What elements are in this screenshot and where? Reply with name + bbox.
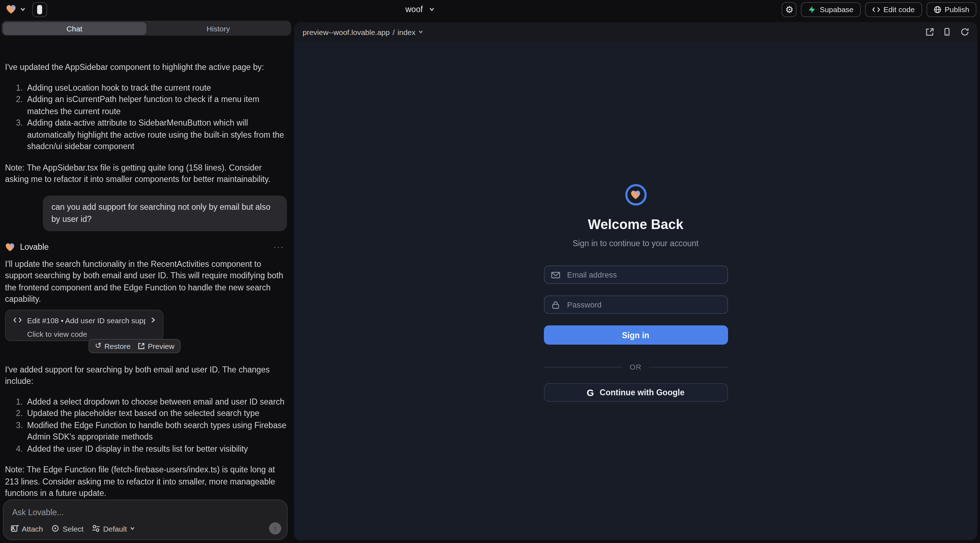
list-item: Adding data-active attribute to SidebarM…: [11, 117, 287, 152]
gear-icon: ⚙: [785, 5, 793, 14]
project-name: woof: [406, 5, 423, 14]
google-icon: G: [587, 388, 594, 397]
user-message-text: can you add support for searching not on…: [51, 203, 270, 223]
sign-in-button[interactable]: Sign in: [544, 325, 728, 345]
assistant-note: Note: The Edge Function file (fetch-fire…: [5, 464, 287, 499]
top-bar: woof ⚙ Supabase Edit code Publish: [0, 0, 980, 19]
preview-panel: preview--woof.lovable.app / index Welcom…: [294, 22, 977, 540]
code-icon: [872, 5, 880, 13]
supabase-icon: [808, 5, 816, 13]
chevron-down-icon: [418, 29, 423, 34]
sliders-icon: [92, 524, 100, 532]
assistant-paragraph: I'll update the search functionality in …: [5, 258, 287, 305]
divider-line: [544, 367, 622, 367]
list-item: Adding useLocation hook to track the cur…: [11, 82, 287, 94]
email-field[interactable]: [544, 265, 728, 284]
heart-icon: [630, 190, 641, 200]
edit-card-wrapper: Edit #108 • Add user ID search supp... C…: [5, 309, 287, 351]
toggle-sidebar-button[interactable]: [32, 2, 47, 17]
chat-message-list[interactable]: I've updated the AppSidebar component to…: [0, 54, 293, 499]
mobile-view-icon[interactable]: [943, 28, 951, 36]
list-item: Added a select dropdown to choose betwee…: [11, 396, 287, 407]
preview-app-content: Welcome Back Sign in to continue to your…: [294, 41, 977, 540]
attach-image-icon: [11, 524, 19, 532]
preview-actions: [925, 28, 969, 36]
open-in-new-tab-icon[interactable]: [925, 28, 934, 36]
topbar-actions: ⚙ Supabase Edit code Publish: [782, 2, 977, 17]
assistant-message-header: Lovable ···: [5, 241, 287, 254]
select-target-icon: [52, 524, 60, 532]
restore-label: Restore: [104, 341, 130, 350]
publish-button[interactable]: Publish: [926, 2, 977, 17]
restore-icon: ↺: [95, 342, 101, 349]
code-icon: [13, 317, 22, 324]
attach-button[interactable]: Attach: [11, 524, 43, 533]
preview-url-host: preview--woof.lovable.app: [303, 27, 390, 36]
edit-card-subtitle: Click to view code: [13, 328, 156, 340]
page-subtitle: Sign in to continue to your account: [573, 238, 699, 248]
preview-header: preview--woof.lovable.app / index: [294, 22, 977, 41]
edit-card[interactable]: Edit #108 • Add user ID search supp... C…: [5, 309, 164, 341]
signin-form: Sign in OR G Continue with Google: [544, 265, 728, 402]
edit-code-label: Edit code: [884, 5, 915, 14]
envelope-icon: [550, 270, 560, 279]
assistant-note: Note: The AppSidebar.tsx file is getting…: [5, 162, 287, 185]
mode-dropdown[interactable]: Default: [92, 524, 135, 533]
list-item: Added the user ID display in the results…: [11, 443, 287, 454]
edit-code-button[interactable]: Edit code: [865, 2, 922, 17]
password-field[interactable]: [544, 295, 728, 314]
preview-url-separator: /: [393, 27, 395, 36]
tab-chat[interactable]: Chat: [3, 22, 146, 35]
chat-composer[interactable]: Ask Lovable... Attach Select Default ↑: [3, 500, 288, 540]
preview-button[interactable]: Preview: [138, 341, 175, 350]
restore-button[interactable]: ↺ Restore: [95, 341, 130, 350]
preview-url-selector[interactable]: preview--woof.lovable.app / index: [303, 27, 423, 36]
user-message-bubble: can you add support for searching not on…: [43, 195, 287, 231]
chevron-down-icon: [130, 526, 135, 531]
tab-history[interactable]: History: [146, 22, 290, 35]
select-button[interactable]: Select: [52, 524, 84, 533]
chevron-down-icon: [20, 6, 26, 12]
preview-url-page: index: [398, 27, 415, 36]
supabase-button[interactable]: Supabase: [801, 2, 861, 17]
publish-label: Publish: [945, 5, 969, 14]
project-switcher[interactable]: woof: [406, 0, 435, 19]
chevron-down-icon: [430, 6, 435, 12]
mode-label: Default: [103, 524, 127, 533]
lovable-heart-icon: [5, 243, 15, 252]
external-link-icon: [138, 342, 145, 349]
lovable-logo-menu[interactable]: [6, 4, 26, 14]
sidebar-panel-icon: [37, 5, 42, 14]
page-title: Welcome Back: [588, 217, 683, 233]
edit-card-header: Edit #108 • Add user ID search supp...: [13, 314, 156, 326]
google-button-label: Continue with Google: [600, 388, 684, 397]
continue-with-google-button[interactable]: G Continue with Google: [544, 383, 728, 402]
message-menu-icon[interactable]: ···: [274, 241, 284, 253]
supabase-label: Supabase: [820, 5, 854, 14]
chat-sidebar: Chat History I've updated the AppSidebar…: [0, 19, 293, 543]
composer-input[interactable]: Ask Lovable...: [12, 508, 278, 517]
list-item: Adding an isCurrentPath helper function …: [11, 94, 287, 117]
assistant-numbered-list: Adding useLocation hook to track the cur…: [5, 82, 287, 152]
edit-card-title: Edit #108 • Add user ID search supp...: [27, 314, 146, 326]
email-input[interactable]: [566, 270, 721, 280]
assistant-paragraph: I've updated the AppSidebar component to…: [5, 61, 287, 73]
password-input[interactable]: [566, 300, 721, 310]
divider-label: OR: [630, 362, 642, 371]
select-label: Select: [63, 524, 84, 533]
list-item: Updated the placeholder text based on th…: [11, 407, 287, 419]
refresh-icon[interactable]: [960, 28, 969, 36]
composer-toolbar: Attach Select Default ↑: [11, 522, 281, 534]
attach-label: Attach: [22, 524, 43, 533]
settings-button[interactable]: ⚙: [782, 2, 797, 17]
lovable-heart-icon: [6, 4, 16, 14]
send-button[interactable]: ↑: [269, 522, 281, 534]
divider-line: [649, 367, 728, 367]
assistant-paragraph: I've added support for searching by both…: [5, 364, 287, 387]
globe-icon: [933, 5, 941, 13]
chevron-right-icon: [151, 317, 156, 324]
sidebar-tabs: Chat History: [2, 21, 291, 36]
edit-card-actions: ↺ Restore Preview: [89, 338, 181, 353]
arrow-up-icon: ↑: [274, 525, 277, 532]
lock-icon: [550, 300, 560, 309]
